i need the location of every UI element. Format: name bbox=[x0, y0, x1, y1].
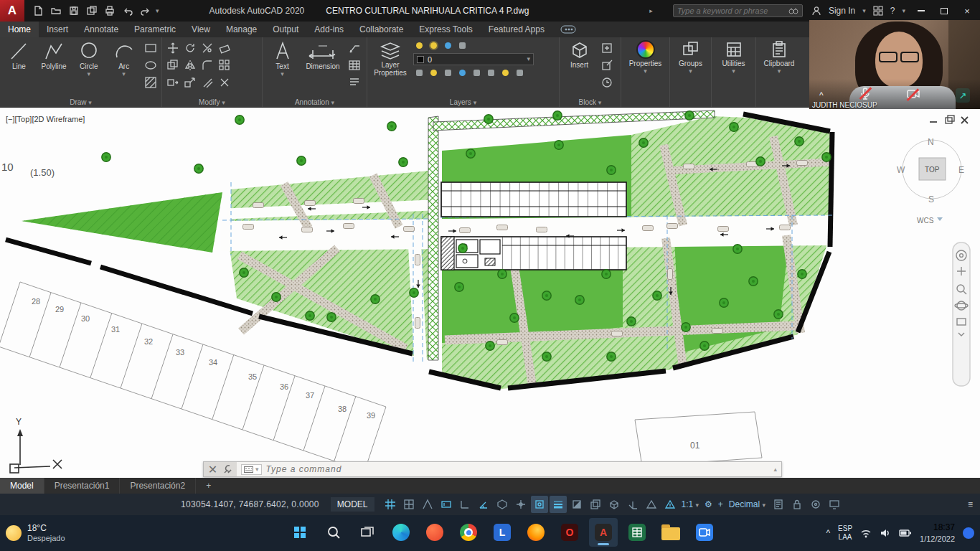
rectangle-tool-icon[interactable] bbox=[143, 40, 159, 56]
ribbon-options-icon[interactable] bbox=[552, 22, 584, 37]
block-panel-label[interactable]: Block ▾ bbox=[560, 98, 621, 106]
graphics-performance-icon[interactable] bbox=[826, 496, 843, 513]
move-icon[interactable] bbox=[165, 40, 181, 56]
line-button[interactable]: Line bbox=[3, 40, 35, 95]
tab-model[interactable]: Model bbox=[0, 478, 44, 494]
search-type-icon[interactable]: ▸ bbox=[649, 8, 653, 14]
undo-icon[interactable] bbox=[120, 4, 136, 18]
viewport-label[interactable]: [−][Top][2D Wireframe] bbox=[6, 115, 85, 123]
qat-menu-icon[interactable]: ▾ bbox=[156, 8, 159, 14]
tab-featured-apps[interactable]: Featured Apps bbox=[481, 22, 552, 37]
command-customize-wrench-icon[interactable] bbox=[222, 464, 232, 474]
tab-express-tools[interactable]: Express Tools bbox=[411, 22, 480, 37]
taskbar-search-icon[interactable] bbox=[319, 518, 348, 547]
layer-freeze-icon[interactable] bbox=[442, 40, 454, 51]
tab-manage[interactable]: Manage bbox=[218, 22, 265, 37]
circle-button[interactable]: Circle ▾ bbox=[73, 40, 105, 95]
app-store-icon[interactable] bbox=[873, 6, 883, 16]
command-recent-icon[interactable]: ▾ bbox=[241, 464, 262, 475]
layer-tool-1-icon[interactable] bbox=[413, 67, 425, 78]
app-chrome-icon[interactable] bbox=[454, 518, 483, 547]
customization-menu-icon[interactable]: ≡ bbox=[968, 499, 973, 509]
stretch-icon[interactable] bbox=[165, 75, 181, 90]
file-explorer-icon[interactable] bbox=[656, 518, 685, 547]
isolate-objects-icon[interactable] bbox=[807, 496, 824, 513]
erase-icon[interactable] bbox=[217, 40, 232, 56]
arc-button[interactable]: Arc ▾ bbox=[108, 40, 140, 95]
webcam-popout-icon[interactable]: ↗ bbox=[956, 88, 970, 103]
new-file-icon[interactable] bbox=[30, 4, 46, 18]
fillet-icon[interactable] bbox=[199, 57, 215, 73]
block-attributes-icon[interactable] bbox=[599, 75, 615, 90]
user-icon[interactable] bbox=[811, 6, 821, 16]
polyline-button[interactable]: Polyline bbox=[38, 40, 70, 95]
layer-tool-7-icon[interactable] bbox=[499, 67, 512, 78]
maximize-button[interactable] bbox=[934, 3, 954, 19]
app-edge-icon[interactable] bbox=[387, 518, 415, 547]
layer-tool-8-icon[interactable] bbox=[514, 67, 526, 78]
tab-parametric[interactable]: Parametric bbox=[126, 22, 184, 37]
tab-home[interactable]: Home bbox=[0, 22, 39, 37]
layer-tool-6-icon[interactable] bbox=[485, 67, 497, 78]
dynamic-ucs-icon[interactable] bbox=[624, 496, 641, 513]
create-block-icon[interactable] bbox=[599, 40, 615, 56]
lock-ui-icon[interactable] bbox=[788, 496, 806, 513]
quick-properties-icon[interactable] bbox=[770, 496, 787, 513]
weather-widget[interactable]: 18°C Despejado bbox=[6, 523, 65, 544]
new-layout-button[interactable]: + bbox=[196, 478, 221, 494]
annotation-monitor-plus-icon[interactable]: + bbox=[718, 499, 723, 509]
tab-presentacion1[interactable]: Presentación1 bbox=[44, 478, 121, 494]
app-firefox-icon[interactable] bbox=[522, 518, 550, 547]
save-icon[interactable] bbox=[66, 4, 82, 18]
viewcube-top-label[interactable]: TOP bbox=[925, 166, 940, 174]
grid-icon[interactable] bbox=[382, 496, 399, 513]
command-input[interactable] bbox=[266, 464, 774, 474]
model-space-button[interactable]: MODEL bbox=[331, 497, 374, 512]
panel-properties[interactable]: Properties▾ bbox=[621, 37, 670, 107]
trim-icon[interactable] bbox=[199, 40, 215, 56]
task-view-icon[interactable] bbox=[353, 518, 382, 547]
draw-panel-label[interactable]: Draw ▾ bbox=[0, 98, 161, 106]
workspace-gear-icon[interactable]: ⚙ bbox=[705, 499, 712, 509]
lineweight-icon[interactable] bbox=[550, 496, 567, 513]
help-chevron-icon[interactable]: ▾ bbox=[902, 8, 905, 14]
panel-utilities[interactable]: Utilities▾ bbox=[712, 37, 756, 107]
insert-button[interactable]: Insert bbox=[562, 40, 596, 95]
app-autocad-icon[interactable]: A bbox=[589, 518, 618, 547]
help-icon[interactable]: ? bbox=[890, 6, 895, 16]
compass-w[interactable]: W bbox=[897, 165, 905, 175]
compass-s[interactable]: S bbox=[928, 194, 934, 204]
units-dropdown[interactable]: Decimal ▾ bbox=[729, 499, 765, 509]
wifi-icon[interactable] bbox=[860, 528, 872, 538]
layer-tool-2-icon[interactable] bbox=[428, 67, 440, 78]
copy-icon[interactable] bbox=[165, 57, 181, 73]
panel-groups[interactable]: Groups▾ bbox=[670, 37, 712, 107]
tab-output[interactable]: Output bbox=[265, 22, 306, 37]
explode-icon[interactable] bbox=[217, 75, 232, 90]
ortho-mode-icon[interactable] bbox=[456, 496, 473, 513]
save-as-icon[interactable] bbox=[84, 4, 100, 18]
layer-tool-4-icon[interactable] bbox=[456, 67, 468, 78]
command-close-icon[interactable]: ✕ bbox=[208, 463, 217, 476]
isodraft-icon[interactable] bbox=[494, 496, 511, 513]
plot-icon[interactable] bbox=[102, 4, 118, 18]
object-snap-icon[interactable] bbox=[531, 496, 548, 513]
tab-insert[interactable]: Insert bbox=[39, 22, 76, 37]
infer-constraints-icon[interactable] bbox=[419, 496, 436, 513]
dynamic-input-icon[interactable] bbox=[438, 496, 455, 513]
wcs-label[interactable]: WCS bbox=[917, 217, 934, 225]
app-spreadsheet-icon[interactable] bbox=[623, 518, 651, 547]
object-snap-tracking-icon[interactable] bbox=[512, 496, 529, 513]
tab-presentacion2[interactable]: Presentación2 bbox=[120, 478, 196, 494]
tab-collaborate[interactable]: Collaborate bbox=[352, 22, 411, 37]
tab-view[interactable]: View bbox=[184, 22, 218, 37]
app-docs-icon[interactable]: L bbox=[488, 518, 517, 547]
hatch-tool-icon[interactable] bbox=[143, 75, 159, 90]
dimension-button[interactable]: Dimension bbox=[302, 40, 344, 95]
snap-mode-icon[interactable] bbox=[400, 496, 418, 513]
3d-osnap-icon[interactable] bbox=[606, 496, 623, 513]
rotate-icon[interactable] bbox=[182, 40, 198, 56]
autocad-logo[interactable]: A bbox=[0, 0, 24, 22]
search-binoculars-icon[interactable] bbox=[788, 6, 798, 15]
edit-block-icon[interactable] bbox=[599, 57, 615, 73]
